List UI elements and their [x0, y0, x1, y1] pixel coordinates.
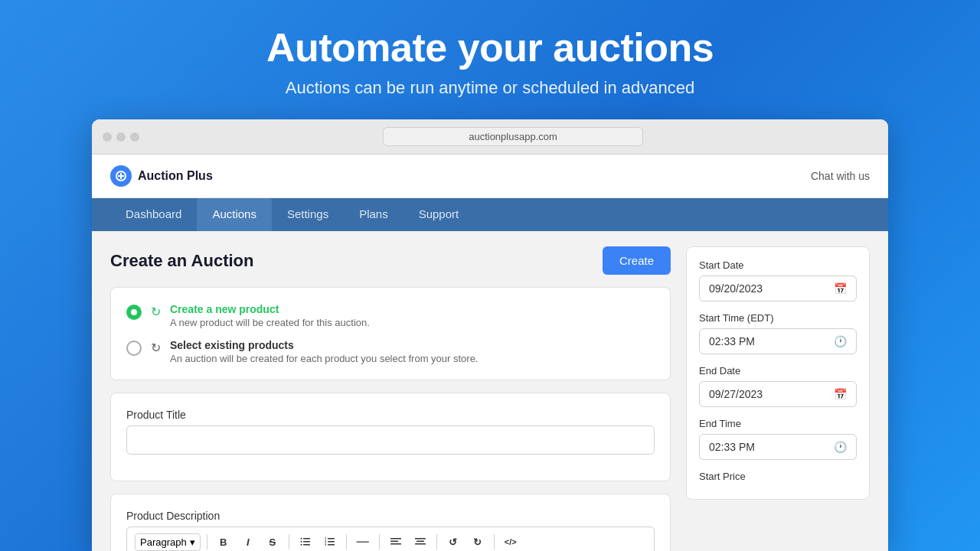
browser-dot-3 [130, 132, 139, 142]
page-title: Create an Auction [110, 251, 253, 271]
option1-label: Create a new product [170, 303, 370, 315]
svg-rect-16 [390, 541, 398, 543]
divider-2 [289, 534, 289, 549]
divider-6 [494, 534, 495, 549]
radio-option-existing-product[interactable]: ↻ Select existing products An auction wi… [126, 339, 655, 364]
bullet-list-button[interactable] [296, 532, 315, 551]
hero-subtitle: Auctions can be run anytime or scheduled… [266, 78, 714, 98]
start-time-clock-icon: 🕐 [834, 335, 847, 347]
product-description-card: Product Description Paragraph ▾ B I S [110, 494, 671, 551]
create-button[interactable]: Create [603, 246, 671, 275]
radio-new-product[interactable] [126, 305, 142, 320]
logo-text: Auction Plus [138, 169, 213, 183]
page-header: Create an Auction Create [110, 246, 671, 275]
sync-icon-1: ↻ [151, 305, 161, 319]
svg-point-8 [300, 544, 302, 546]
date-card: Start Date 09/20/2023 📅 Start Time (EDT)… [686, 246, 870, 500]
svg-text:3: 3 [325, 543, 327, 546]
product-description-group: Product Description Paragraph ▾ B I S [126, 510, 655, 551]
app-header: Auction Plus Chat with us [92, 155, 888, 198]
redo-button[interactable]: ↻ [468, 532, 488, 551]
app-nav: Dashboard Auctions Settings Plans Suppor… [92, 198, 888, 231]
product-title-card: Product Title [110, 393, 671, 481]
option1-desc: A new product will be created for this a… [170, 317, 370, 328]
end-date-label: End Date [699, 365, 857, 377]
start-date-calendar-icon: 📅 [834, 282, 847, 295]
end-date-input[interactable]: 09/27/2023 📅 [699, 381, 857, 407]
paragraph-chevron: ▾ [190, 536, 195, 548]
svg-rect-11 [328, 544, 335, 546]
italic-button[interactable]: I [238, 532, 258, 551]
chat-link[interactable]: Chat with us [811, 170, 870, 182]
app-logo: Auction Plus [110, 165, 213, 187]
nav-item-auctions[interactable]: Auctions [197, 198, 272, 231]
start-price-field: Start Price [699, 471, 857, 482]
end-time-input[interactable]: 02:33 PM 🕐 [699, 434, 857, 460]
product-title-input[interactable] [126, 425, 655, 455]
end-time-clock-icon: 🕐 [834, 441, 847, 453]
radio-option-new-product[interactable]: ↻ Create a new product A new product wil… [126, 303, 655, 328]
nav-item-support[interactable]: Support [403, 198, 475, 231]
svg-rect-20 [415, 543, 426, 545]
svg-rect-9 [328, 538, 335, 540]
divider-4 [379, 534, 380, 549]
bold-button[interactable]: B [214, 532, 234, 551]
start-time-field: Start Time (EDT) 02:33 PM 🕐 [699, 312, 857, 354]
option2-label: Select existing products [170, 339, 478, 351]
logo-icon [110, 165, 132, 187]
sync-icon-2: ↻ [151, 341, 161, 355]
start-date-input[interactable]: 09/20/2023 📅 [699, 276, 857, 302]
end-time-field: End Time 02:33 PM 🕐 [699, 418, 857, 460]
hero-title: Automate your auctions [266, 24, 714, 70]
undo-button[interactable]: ↺ [443, 532, 463, 551]
end-date-calendar-icon: 📅 [834, 388, 847, 400]
paragraph-label: Paragraph [140, 536, 187, 548]
browser-dots [103, 132, 139, 142]
svg-rect-18 [415, 538, 426, 540]
paragraph-select[interactable]: Paragraph ▾ [135, 533, 201, 551]
strikethrough-button[interactable]: S [263, 532, 283, 551]
editor-toolbar: Paragraph ▾ B I S [126, 527, 655, 551]
browser-window: auctionplusapp.com Auction Plus Chat wit… [92, 119, 888, 551]
start-date-label: Start Date [699, 259, 857, 271]
svg-rect-3 [303, 538, 310, 540]
svg-rect-4 [303, 541, 310, 543]
url-bar[interactable]: auctionplusapp.com [383, 127, 643, 146]
start-time-input[interactable]: 02:33 PM 🕐 [699, 328, 857, 354]
nav-item-settings[interactable]: Settings [272, 198, 344, 231]
svg-point-6 [300, 538, 302, 540]
ordered-list-button[interactable]: 1 2 3 [320, 532, 340, 551]
browser-dot-1 [103, 132, 112, 142]
end-time-label: End Time [699, 418, 857, 429]
svg-rect-19 [416, 541, 424, 543]
product-title-label: Product Title [126, 409, 655, 421]
svg-point-7 [300, 541, 302, 543]
start-time-label: Start Time (EDT) [699, 312, 857, 324]
code-button[interactable]: </> [501, 532, 521, 551]
end-date-value: 09/27/2023 [709, 388, 763, 400]
start-time-value: 02:33 PM [709, 335, 755, 347]
product-title-group: Product Title [126, 409, 655, 455]
end-time-value: 02:33 PM [709, 441, 755, 453]
svg-rect-17 [390, 543, 401, 545]
divider-3 [346, 534, 347, 549]
start-date-value: 09/20/2023 [709, 282, 763, 295]
main-panel: Create an Auction Create ↻ Create a new … [110, 246, 671, 551]
app-content: Create an Auction Create ↻ Create a new … [92, 231, 888, 551]
browser-dot-2 [116, 132, 126, 142]
divider-1 [207, 534, 207, 549]
option1-content: Create a new product A new product will … [170, 303, 370, 328]
align-center-button[interactable] [410, 532, 430, 551]
nav-item-plans[interactable]: Plans [344, 198, 403, 231]
nav-item-dashboard[interactable]: Dashboard [110, 198, 197, 231]
divider-5 [436, 534, 437, 549]
option2-desc: An auction will be created for each prod… [170, 353, 478, 364]
hero-section: Automate your auctions Auctions can be r… [266, 0, 714, 119]
product-description-label: Product Description [126, 510, 655, 522]
hr-button[interactable]: — [353, 532, 373, 551]
product-type-card: ↻ Create a new product A new product wil… [110, 287, 671, 380]
end-date-field: End Date 09/27/2023 📅 [699, 365, 857, 407]
align-left-button[interactable] [386, 532, 406, 551]
right-panel: Start Date 09/20/2023 📅 Start Time (EDT)… [686, 246, 870, 551]
radio-existing-product[interactable] [126, 341, 142, 356]
